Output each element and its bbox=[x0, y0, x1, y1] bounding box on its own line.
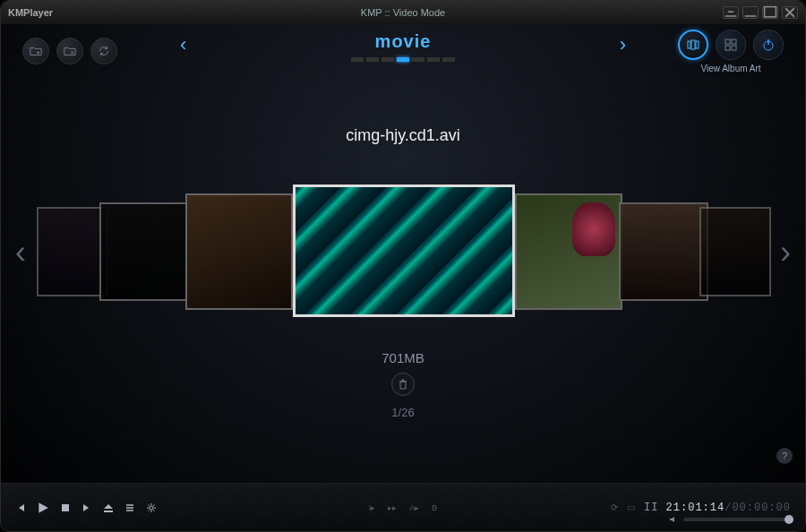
view-mode-label: View Album Art bbox=[700, 64, 760, 73]
volume-slider[interactable] bbox=[683, 518, 791, 521]
volume-icon[interactable] bbox=[669, 511, 678, 528]
carousel-prev-button[interactable]: ‹ bbox=[6, 225, 35, 280]
center-mini-controls: I▸ ▸▸ A▸ B bbox=[369, 503, 438, 512]
thumb-left-3[interactable] bbox=[37, 207, 108, 296]
svg-rect-6 bbox=[696, 41, 699, 48]
minimize-button[interactable] bbox=[742, 6, 759, 19]
svg-rect-4 bbox=[688, 41, 690, 48]
quickback-button[interactable]: I▸ bbox=[369, 503, 376, 512]
ab-b-button[interactable]: B bbox=[432, 503, 437, 512]
category-title: movie bbox=[375, 31, 432, 51]
svg-rect-7 bbox=[725, 39, 730, 44]
carousel bbox=[1, 176, 805, 337]
svg-point-13 bbox=[150, 506, 153, 510]
next-track-button[interactable] bbox=[81, 502, 92, 513]
coverflow-stage: cimg-hjy.cd1.avi ‹ › 701MB 1/26 bbox=[1, 82, 805, 468]
thumb-left-2[interactable] bbox=[99, 202, 189, 301]
category-nav: ‹ movie › bbox=[180, 31, 626, 62]
thumb-right-2[interactable] bbox=[619, 202, 708, 301]
close-button[interactable] bbox=[782, 6, 798, 19]
toolbar: ‹ movie › View Album Art bbox=[1, 24, 805, 78]
category-dot[interactable] bbox=[442, 57, 455, 62]
view-grid-button[interactable] bbox=[716, 30, 746, 60]
prev-track-button[interactable] bbox=[15, 502, 26, 513]
svg-rect-9 bbox=[725, 46, 730, 50]
svg-rect-8 bbox=[732, 39, 736, 44]
titlebar: KMPlayer KMP :: Video Mode bbox=[1, 1, 805, 24]
category-dot[interactable] bbox=[412, 57, 424, 62]
svg-rect-1 bbox=[728, 11, 733, 13]
playlist-button[interactable] bbox=[124, 502, 135, 513]
svg-rect-10 bbox=[732, 46, 736, 50]
refresh-button[interactable] bbox=[90, 38, 117, 64]
play-status-icon: II bbox=[644, 502, 658, 514]
toolbar-right-group: View Album Art bbox=[678, 30, 784, 73]
delete-button[interactable] bbox=[391, 373, 415, 396]
category-dot[interactable] bbox=[351, 57, 364, 62]
play-button[interactable] bbox=[37, 502, 49, 514]
capture-icon[interactable]: ▭ bbox=[627, 502, 635, 512]
category-prev-button[interactable]: ‹ bbox=[180, 33, 186, 56]
svg-rect-2 bbox=[745, 15, 757, 17]
quickfwd-button[interactable]: ▸▸ bbox=[388, 503, 397, 512]
player-window: KMPlayer KMP :: Video Mode ‹ movie › bbox=[0, 0, 806, 532]
stop-button[interactable] bbox=[60, 502, 71, 513]
minimize-toggle-button[interactable] bbox=[723, 6, 739, 19]
item-counter: 1/26 bbox=[1, 406, 805, 419]
svg-rect-5 bbox=[691, 40, 695, 49]
category-dot[interactable] bbox=[366, 57, 379, 62]
window-controls bbox=[723, 6, 798, 19]
repeat-icon[interactable]: ⟳ bbox=[611, 502, 618, 512]
power-button[interactable] bbox=[753, 30, 784, 60]
app-name: KMPlayer bbox=[8, 7, 53, 18]
ab-a-button[interactable]: A▸ bbox=[409, 503, 419, 512]
category-dot[interactable] bbox=[397, 57, 409, 62]
view-albumart-button[interactable] bbox=[678, 30, 708, 60]
window-title: KMP :: Video Mode bbox=[1, 7, 805, 18]
category-dot[interactable] bbox=[427, 57, 440, 62]
svg-rect-12 bbox=[62, 504, 69, 511]
playback-controls bbox=[15, 502, 157, 514]
bottombar: I▸ ▸▸ A▸ B ⟳ ▭ II 21:01:14/00:00:00 bbox=[1, 483, 805, 531]
thumb-right-1[interactable] bbox=[515, 193, 622, 310]
add-folder-button[interactable] bbox=[22, 38, 49, 64]
eject-button[interactable] bbox=[103, 502, 114, 513]
thumb-current[interactable] bbox=[293, 184, 515, 317]
remove-folder-button[interactable] bbox=[56, 38, 83, 64]
toolbar-left-group bbox=[22, 38, 117, 64]
volume-control bbox=[669, 511, 791, 528]
thumb-left-1[interactable] bbox=[185, 193, 293, 310]
svg-rect-3 bbox=[765, 7, 776, 17]
category-dot[interactable] bbox=[382, 57, 394, 62]
current-filesize: 701MB bbox=[1, 350, 805, 365]
current-filename: cimg-hjy.cd1.avi bbox=[1, 126, 805, 145]
volume-knob[interactable] bbox=[785, 515, 793, 524]
svg-rect-0 bbox=[725, 15, 737, 17]
settings-button[interactable] bbox=[146, 502, 157, 513]
thumb-right-3[interactable] bbox=[699, 207, 771, 296]
help-button[interactable]: ? bbox=[776, 448, 793, 464]
category-next-button[interactable]: › bbox=[620, 33, 626, 56]
carousel-next-button[interactable]: › bbox=[771, 225, 800, 280]
maximize-button[interactable] bbox=[762, 6, 778, 19]
category-indicator bbox=[180, 57, 626, 62]
